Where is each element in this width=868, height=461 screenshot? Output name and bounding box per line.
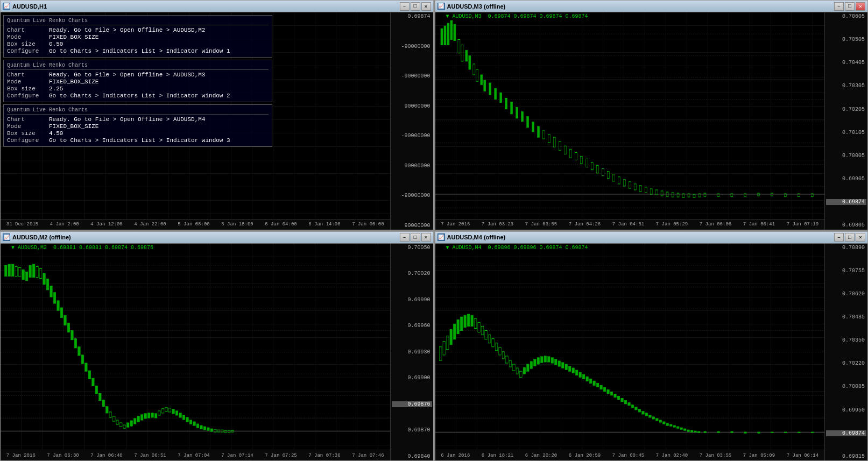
svg-rect-197: [582, 374, 584, 379]
m4-time-9: 7 Jan 06:14: [787, 453, 818, 458]
h1-panel-3-title: Quantum Live Renko Charts: [7, 107, 269, 115]
svg-rect-161: [456, 320, 458, 334]
h1-maximize-btn[interactable]: □: [411, 2, 420, 11]
m3-time-5: 7 Jan 04:51: [612, 222, 644, 227]
m2-time-5: 7 Jan 07:04: [178, 453, 209, 458]
m3-time-4: 7 Jan 04:26: [569, 222, 601, 227]
m3-price-8: 0.69905: [826, 176, 866, 182]
svg-rect-224: [676, 427, 679, 428]
svg-rect-137: [200, 425, 202, 429]
svg-rect-45: [607, 172, 609, 179]
svg-rect-189: [554, 359, 556, 364]
m4-time-scale: 6 Jan 2016 6 Jan 18:21 6 Jan 20:20 6 Jan…: [435, 450, 825, 460]
h1-panel-3-row-1: Chart Ready. Go to File > Open Offline >…: [7, 116, 269, 123]
svg-rect-199: [589, 379, 591, 383]
svg-rect-53: [650, 189, 652, 194]
h1-p1-label-3: Box size: [7, 41, 45, 47]
h1-p1-label-1: Chart: [7, 27, 45, 33]
h1-p2-value-3: 2.25: [49, 86, 63, 92]
h1-p3-label-1: Chart: [7, 116, 45, 123]
svg-rect-182: [530, 361, 532, 368]
m3-price-4: 0.70305: [826, 83, 866, 89]
m3-maximize-btn[interactable]: □: [845, 2, 855, 11]
m3-chart-area: ▼ AUDUSD,M3 0.69874 0.69874 0.69874 0.69…: [435, 12, 868, 230]
svg-rect-11: [443, 26, 446, 45]
svg-rect-208: [620, 398, 623, 401]
svg-rect-212: [634, 407, 637, 409]
m4-chart-area: ▼ AUDUSD,M4 0.69896 0.69896 0.69874 0.69…: [435, 244, 868, 461]
h1-panel-2-row-1: Chart Ready. Go to File > Open Offline >…: [7, 72, 269, 78]
h1-price-6: 90000000: [392, 163, 432, 169]
svg-rect-162: [460, 317, 462, 330]
svg-rect-140: [210, 429, 213, 431]
svg-rect-21: [480, 75, 482, 84]
svg-rect-234: [744, 432, 746, 433]
svg-rect-29: [521, 112, 523, 122]
m2-time-9: 7 Jan 07:46: [352, 453, 384, 458]
m4-price-7: 0.70085: [826, 384, 866, 389]
h1-time-9: 7 Jan 00:00: [352, 222, 384, 227]
m2-time-8: 7 Jan 07:36: [308, 453, 340, 458]
m2-price-5: 0.69930: [392, 349, 432, 355]
svg-rect-210: [627, 402, 630, 405]
m4-price-3: 0.70620: [826, 291, 866, 297]
m4-window: 📈 AUDUSD,M4 (offline) – □ ✕ ▼ AUDUSD,M4 …: [435, 231, 869, 462]
svg-rect-169: [484, 330, 486, 339]
svg-rect-30: [526, 117, 528, 127]
m4-time-8: 7 Jan 05:09: [743, 453, 775, 458]
h1-close-btn[interactable]: ✕: [421, 2, 431, 11]
m4-time-4: 6 Jan 20:59: [569, 453, 601, 458]
svg-rect-88: [29, 265, 31, 277]
h1-title: AUDUSD,H1: [12, 3, 47, 10]
svg-rect-158: [446, 336, 448, 349]
m4-tb-buttons: – □ ✕: [834, 233, 865, 242]
svg-rect-231: [703, 431, 705, 432]
svg-rect-124: [154, 413, 157, 417]
svg-rect-41: [585, 159, 588, 167]
svg-rect-27: [510, 102, 512, 114]
h1-minimize-btn[interactable]: –: [400, 2, 410, 11]
m2-maximize-btn[interactable]: □: [411, 233, 420, 242]
m4-close-btn[interactable]: ✕: [856, 233, 865, 242]
svg-rect-203: [603, 387, 605, 391]
svg-rect-61: [693, 194, 695, 197]
m2-minimize-btn[interactable]: –: [400, 233, 410, 242]
svg-rect-233: [730, 431, 732, 432]
svg-rect-13: [450, 20, 452, 39]
h1-title-bar: 📈 AUDUSD,H1 – □ ✕: [1, 1, 433, 12]
m2-title: AUDUSD,M2 (offline): [12, 234, 71, 240]
svg-rect-43: [596, 166, 598, 173]
svg-rect-185: [540, 356, 542, 362]
m3-time-6: 7 Jan 05:29: [656, 222, 688, 227]
m4-minimize-btn[interactable]: –: [834, 233, 844, 242]
svg-rect-193: [568, 366, 570, 371]
m4-price-8: 0.69950: [826, 407, 866, 413]
svg-rect-32: [537, 126, 539, 137]
h1-panel-2: Quantum Live Renko Charts Chart Ready. G…: [3, 60, 272, 102]
m2-chart-area: ▼ AUDUSD,M2 0.69881 0.69881 0.69874 0.69…: [1, 244, 433, 461]
m3-minimize-btn[interactable]: –: [834, 2, 844, 11]
m2-close-btn[interactable]: ✕: [421, 233, 431, 242]
svg-rect-192: [565, 364, 567, 370]
h1-p3-label-4: Configure: [7, 137, 45, 144]
svg-rect-221: [666, 423, 668, 425]
svg-rect-101: [74, 338, 76, 347]
svg-rect-236: [771, 432, 773, 432]
m3-chart-svg: [435, 12, 825, 219]
svg-rect-228: [690, 430, 693, 432]
svg-rect-218: [655, 418, 658, 420]
svg-rect-98: [64, 315, 66, 325]
svg-rect-125: [158, 410, 160, 415]
m2-time-2: 7 Jan 06:30: [47, 453, 79, 458]
h1-p3-value-1: Ready. Go to File > Open Offline > AUDUS…: [49, 116, 205, 123]
m3-price-7: 0.70005: [826, 153, 866, 159]
svg-rect-232: [717, 431, 719, 432]
svg-rect-67: [757, 193, 759, 196]
m4-maximize-btn[interactable]: □: [845, 233, 855, 242]
svg-rect-170: [488, 335, 490, 343]
m4-symbol-bar: ▼ AUDUSD,M4 0.69896 0.69896 0.69874 0.69…: [446, 245, 588, 251]
svg-rect-200: [592, 381, 595, 385]
svg-rect-42: [591, 163, 593, 170]
m2-symbol-bar: ▼ AUDUSD,M2 0.69881 0.69881 0.69874 0.69…: [11, 245, 153, 251]
m3-close-btn[interactable]: ✕: [856, 2, 865, 11]
